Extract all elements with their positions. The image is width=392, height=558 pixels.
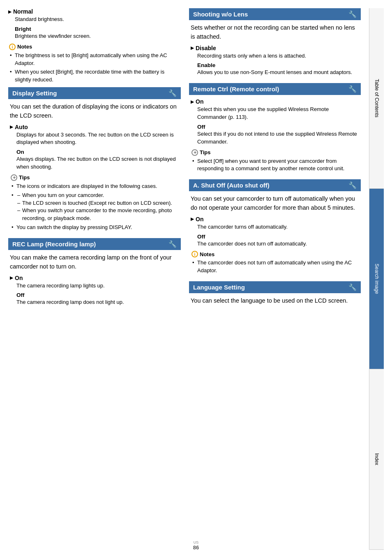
shutoff-off-option: Off The camcorder does not turn off auto…	[197, 234, 359, 248]
tips-icon: ✦	[11, 174, 17, 181]
auto-desc: Displays for about 3 seconds. The rec bu…	[16, 131, 179, 147]
language-setting-body: You can select the language to be used o…	[189, 296, 361, 306]
shutoff-on-desc: The camcorder turns off automatically.	[197, 223, 359, 231]
remote-ctrl-header: Remote Ctrl (Remote control) 🔧	[189, 83, 361, 95]
notes-list: The brightness is set to [Bright] automa…	[9, 52, 180, 84]
remote-on-option: ▶ On Select this when you use the suppli…	[191, 98, 359, 121]
shutoff-notes-title: i Notes	[191, 251, 358, 257]
triangle-icon-rec-on: ▶	[10, 276, 13, 280]
bright-title: Bright	[15, 26, 181, 32]
tips-item-4: You can switch the display by pressing D…	[11, 224, 178, 232]
shutoff-notes-list: The camcorder does not turn off automati…	[191, 259, 358, 275]
tips-sub-bullet-3: When you switch your camcorder to the mo…	[16, 207, 178, 222]
wrench-icon-remote: 🔧	[348, 85, 357, 93]
rec-off-desc: The camera recording lamp does not light…	[16, 299, 179, 306]
normal-desc: Standard brightness.	[15, 16, 181, 23]
shooting-lens-intro: Sets whether or not the recording can be…	[191, 23, 359, 42]
wrench-icon-language: 🔧	[348, 283, 357, 291]
auto-shutoff-body: You can set your camcorder to turn off a…	[189, 194, 361, 275]
tips-title: ✦ Tips	[11, 174, 178, 181]
triangle-icon: ▶	[8, 9, 12, 14]
notes-icon-shutoff: i	[191, 251, 198, 257]
tips-icon-remote: ✦	[191, 149, 198, 156]
enable-option: Enable Allows you to use non-Sony E-moun…	[197, 62, 359, 76]
language-setting-header: Language Setting 🔧	[189, 281, 361, 293]
auto-shutoff-header: A. Shut Off (Auto shut off) 🔧	[189, 179, 361, 191]
rec-off-title: Off	[16, 292, 179, 298]
notes-item-1: The brightness is set to [Bright] automa…	[9, 52, 180, 67]
display-tips: ✦ Tips The icons or indicators are displ…	[10, 174, 179, 232]
tips-sub-bullet-1: When you turn on your camcorder.	[16, 192, 178, 199]
tips-sub-1: When you turn on your camcorder. The LCD…	[11, 192, 178, 222]
rec-on-option: ▶ On The camera recording lamp lights up…	[10, 275, 179, 290]
bright-desc: Brightens the viewfinder screen.	[15, 32, 181, 40]
notes-title: i Notes	[9, 44, 180, 50]
sidebar: Table of Contents Search image Index	[369, 8, 384, 550]
tips-item-1: The icons or indicators are displayed in…	[11, 183, 178, 190]
remote-off-desc: Select this if you do not intend to use …	[197, 130, 359, 146]
rec-off-option: Off The camera recording lamp does not l…	[16, 292, 179, 306]
shooting-lens-body: Sets whether or not the recording can be…	[189, 23, 361, 76]
rec-lamp-intro: You can make the camera recording lamp o…	[10, 253, 179, 271]
auto-shutoff-intro: You can set your camcorder to turn off a…	[191, 194, 359, 213]
page-container: ▶ Normal Standard brightness. Bright Bri…	[0, 0, 392, 558]
triangle-icon-disable: ▶	[191, 46, 194, 50]
remote-tips-item-1: Select [Off] when you want to prevent yo…	[191, 157, 358, 173]
remote-tips: ✦ Tips Select [Off] when you want to pre…	[191, 149, 359, 173]
shutoff-on-option: ▶ On The camcorder turns off automatical…	[191, 216, 359, 231]
tips-list: The icons or indicators are displayed in…	[11, 183, 178, 232]
normal-title: ▶ Normal	[8, 8, 181, 15]
disable-title: ▶ Disable	[191, 45, 359, 51]
display-on-desc: Always displays. The rec button on the L…	[16, 155, 179, 171]
remote-tips-title: ✦ Tips	[191, 149, 358, 156]
enable-desc: Allows you to use non-Sony E-mount lense…	[197, 69, 359, 76]
auto-option: ▶ Auto Displays for about 3 seconds. The…	[10, 124, 179, 147]
remote-ctrl-body: ▶ On Select this when you use the suppli…	[189, 98, 361, 173]
sidebar-item-toc[interactable]: Table of Contents	[369, 8, 384, 189]
shutoff-notes-item-1: The camcorder does not turn off automati…	[191, 259, 358, 275]
normal-option: ▶ Normal Standard brightness.	[8, 8, 181, 23]
main-content: ▶ Normal Standard brightness. Bright Bri…	[0, 0, 392, 558]
rec-on-title: ▶ On	[10, 275, 179, 281]
display-on-title: On	[16, 149, 179, 155]
notes-item-2: When you select [Bright], the recordable…	[9, 68, 180, 84]
wrench-icon-shutoff: 🔧	[348, 181, 357, 189]
display-setting-intro: You can set the duration of displaying t…	[10, 102, 179, 120]
left-column: ▶ Normal Standard brightness. Bright Bri…	[8, 8, 181, 550]
remote-on-title: ▶ On	[191, 98, 359, 105]
shutoff-off-title: Off	[197, 234, 359, 240]
triangle-icon-auto: ▶	[10, 125, 13, 129]
bright-option: Bright Brightens the viewfinder screen.	[15, 26, 181, 40]
brightness-notes: i Notes The brightness is set to [Bright…	[8, 44, 181, 84]
rec-on-desc: The camera recording lamp lights up.	[16, 282, 179, 290]
remote-off-title: Off	[197, 124, 359, 130]
page-footer: US 86	[193, 539, 199, 551]
wrench-icon-display: 🔧	[168, 89, 177, 97]
auto-title: ▶ Auto	[10, 124, 179, 130]
shutoff-off-desc: The camcorder does not turn off automati…	[197, 240, 359, 248]
disable-desc: Recording starts only when a lens is att…	[197, 52, 359, 60]
language-setting-intro: You can select the language to be used o…	[191, 296, 359, 306]
wrench-icon-rec: 🔧	[168, 240, 177, 248]
shutoff-notes: i Notes The camcorder does not turn off …	[191, 251, 359, 275]
remote-on-desc: Select this when you use the supplied Wi…	[197, 106, 359, 121]
tips-sub-bullet-2: The LCD screen is touched (Except rec bu…	[16, 199, 178, 207]
enable-title: Enable	[197, 62, 359, 68]
triangle-icon-remote-on: ▶	[191, 100, 194, 104]
shooting-lens-header: Shooting w/o Lens 🔧	[189, 8, 361, 20]
sidebar-item-search[interactable]: Search image	[369, 189, 384, 369]
display-setting-header: Display Setting 🔧	[8, 87, 181, 99]
rec-lamp-header: REC Lamp (Recording lamp) 🔧	[8, 238, 181, 250]
shutoff-on-title: ▶ On	[191, 216, 359, 222]
remote-off-option: Off Select this if you do not intend to …	[197, 124, 359, 146]
triangle-icon-shutoff-on: ▶	[191, 217, 194, 221]
sidebar-item-index[interactable]: Index	[369, 369, 384, 550]
rec-lamp-body: You can make the camera recording lamp o…	[8, 253, 181, 306]
disable-option: ▶ Disable Recording starts only when a l…	[191, 45, 359, 60]
us-label: US	[193, 539, 199, 544]
display-on-option: On Always displays. The rec button on th…	[16, 149, 179, 171]
page-number: 86	[193, 544, 199, 551]
display-setting-body: You can set the duration of displaying t…	[8, 102, 181, 232]
notes-icon: i	[9, 44, 16, 50]
wrench-icon-shooting: 🔧	[348, 10, 357, 18]
